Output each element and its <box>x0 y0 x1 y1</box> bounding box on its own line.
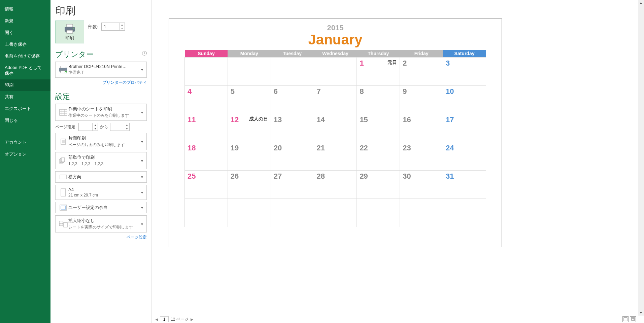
calendar-cell: 1元日 <box>357 58 400 86</box>
calendar-day-header: Wednesday <box>314 50 357 58</box>
calendar-day-header: Monday <box>228 50 271 58</box>
zoom-to-page-button[interactable] <box>622 316 629 322</box>
calendar-cell: 30 <box>400 171 443 199</box>
chevron-down-icon: ▼ <box>140 140 144 143</box>
page-number-input[interactable] <box>160 316 169 322</box>
copies-spinner[interactable]: ▲▼ <box>101 23 125 31</box>
calendar-cell: 19 <box>228 142 271 171</box>
calendar-cell: 24 <box>443 142 486 171</box>
sidebar-item[interactable]: 閉じる <box>0 115 50 127</box>
svg-rect-19 <box>61 158 65 162</box>
orientation-dropdown[interactable]: 横方向 ▼ <box>55 171 147 183</box>
margins-dropdown[interactable]: ユーザー設定の余白 ▼ <box>55 202 147 213</box>
svg-rect-8 <box>60 109 67 115</box>
printer-heading: プリンター i <box>55 49 147 60</box>
calendar-cell <box>271 58 314 86</box>
calendar-cell <box>314 199 357 227</box>
calendar-cell: 13 <box>271 114 314 142</box>
chevron-down-icon: ▼ <box>140 68 144 72</box>
svg-rect-25 <box>64 222 67 227</box>
print-preview: 2015 January SundayMondayTuesdayWednesda… <box>151 0 644 323</box>
next-page-icon[interactable]: ▶ <box>191 317 193 322</box>
scroll-up-icon[interactable]: ▲ <box>640 1 643 4</box>
printer-dropdown[interactable]: Brother DCP-J4210N Printe… 準備完了 ▼ <box>55 62 147 78</box>
page-setup-link[interactable]: ページ設定 <box>55 235 147 240</box>
calendar-day-header: Saturday <box>443 50 486 58</box>
settings-heading: 設定 <box>55 92 147 102</box>
calendar-cell: 11 <box>185 114 228 142</box>
svg-rect-0 <box>67 24 73 27</box>
calendar-cell <box>228 58 271 86</box>
sidebar-item[interactable]: 名前を付けて保存 <box>0 50 50 62</box>
calendar-cell: 10 <box>443 86 486 114</box>
print-what-dropdown[interactable]: 作業中のシートを印刷作業中のシートのみを印刷します ▼ <box>55 104 147 121</box>
copies-input[interactable] <box>102 23 119 30</box>
calendar-cell: 27 <box>271 171 314 199</box>
calendar-cell <box>443 199 486 227</box>
sidebar-item[interactable]: 情報 <box>0 3 50 15</box>
page-from-spinner[interactable]: ▲▼ <box>78 123 98 131</box>
calendar-cell: 7 <box>314 86 357 114</box>
sides-dropdown[interactable]: 片面印刷ページの片面のみを印刷します ▼ <box>55 133 147 150</box>
calendar-cell <box>314 58 357 86</box>
collate-icon <box>58 157 68 164</box>
zoom-button[interactable] <box>630 316 636 322</box>
sidebar-item[interactable]: 共有 <box>0 91 50 103</box>
info-icon[interactable]: i <box>142 51 147 56</box>
calendar-day-header: Thursday <box>357 50 400 58</box>
page-range-row: ページ指定: ▲▼ から ▲▼ <box>55 123 147 131</box>
page-to-spinner[interactable]: ▲▼ <box>110 123 130 131</box>
preview-footer: ◀ 12 ページ ▶ <box>152 316 638 323</box>
calendar-cell: 25 <box>185 171 228 199</box>
preview-page: 2015 January SundayMondayTuesdayWednesda… <box>169 19 502 247</box>
svg-rect-20 <box>60 175 67 179</box>
calendar-cell: 8 <box>357 86 400 114</box>
calendar-cell: 18 <box>185 142 228 171</box>
chevron-down-icon: ▼ <box>140 159 144 163</box>
calendar-year: 2015 <box>184 24 486 32</box>
svg-rect-5 <box>61 66 66 68</box>
prev-page-icon[interactable]: ◀ <box>155 317 158 322</box>
scaling-dropdown[interactable]: 100 拡大縮小なしシートを実際のサイズで印刷します ▼ <box>55 215 147 232</box>
printer-name: Brother DCP-J4210N Printe… <box>68 64 138 69</box>
copies-label: 部数: <box>88 24 98 29</box>
paper-size-dropdown[interactable]: A421 cm x 29.7 cm ▼ <box>55 185 147 200</box>
calendar-cell: 28 <box>314 171 357 199</box>
calendar-cell: 9 <box>400 86 443 114</box>
calendar-cell <box>400 199 443 227</box>
sidebar-item[interactable]: 印刷 <box>0 79 50 91</box>
margins-icon <box>58 204 68 211</box>
sidebar-item[interactable]: 上書き保存 <box>0 39 50 50</box>
sidebar-item[interactable]: 新規 <box>0 15 50 27</box>
svg-rect-29 <box>632 318 634 320</box>
calendar-cell: 4 <box>185 86 228 114</box>
sidebar-item[interactable]: 開く <box>0 27 50 39</box>
calendar-cell <box>357 199 400 227</box>
sidebar-item[interactable]: アカウント <box>0 137 50 148</box>
sidebar-item[interactable]: エクスポート <box>0 103 50 115</box>
printer-device-icon <box>58 66 68 73</box>
page-total: 12 ページ <box>171 317 189 322</box>
calendar-cell: 12成人の日 <box>228 114 271 142</box>
chevron-down-icon: ▼ <box>140 190 144 194</box>
calendar-cell: 14 <box>314 114 357 142</box>
sidebar-item[interactable]: Adobe PDF として保存 <box>0 62 50 79</box>
chevron-down-icon: ▼ <box>140 206 144 210</box>
print-button[interactable]: 印刷 <box>55 21 84 43</box>
panel-title: 印刷 <box>55 4 147 18</box>
calendar-day-header: Tuesday <box>271 50 314 58</box>
calendar-cell <box>185 58 228 86</box>
spinner-up-icon[interactable]: ▲ <box>120 23 125 27</box>
scroll-down-icon[interactable]: ▼ <box>640 311 643 315</box>
printer-status: 準備完了 <box>68 70 138 75</box>
calendar-cell: 31 <box>443 171 486 199</box>
printer-properties-link[interactable]: プリンターのプロパティ <box>55 80 147 85</box>
vertical-scrollbar[interactable]: ▲▼ <box>638 0 644 316</box>
sidebar-item[interactable]: オプション <box>0 148 50 160</box>
svg-rect-13 <box>61 139 66 144</box>
collate-dropdown[interactable]: 部単位で印刷1,2,3 1,2,3 1,2,3 ▼ <box>55 152 147 169</box>
spinner-down-icon[interactable]: ▼ <box>120 27 125 30</box>
calendar-cell: 22 <box>357 142 400 171</box>
calendar-cell: 5 <box>228 86 271 114</box>
calendar-cell: 15 <box>357 114 400 142</box>
